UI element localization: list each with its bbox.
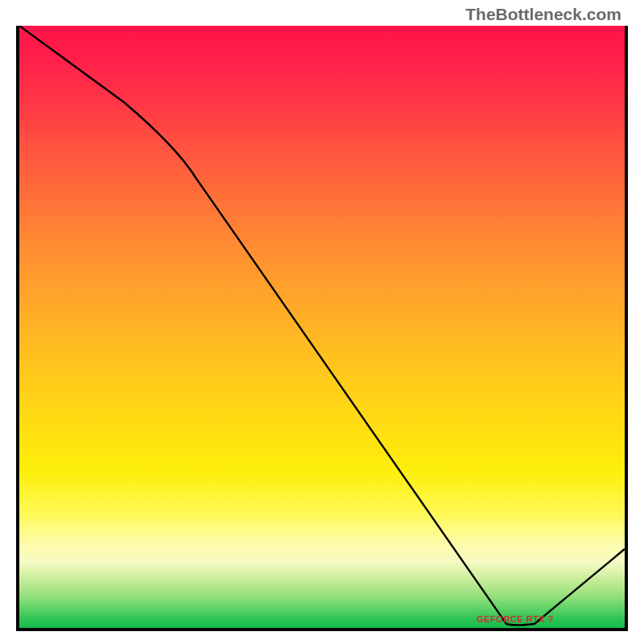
bottleneck-curve: [19, 26, 625, 628]
chart-plot-area: GEFORCE RTX ?: [16, 26, 628, 631]
chart-annotation-label: GEFORCE RTX ?: [477, 614, 554, 624]
watermark-text: TheBottleneck.com: [465, 5, 621, 24]
